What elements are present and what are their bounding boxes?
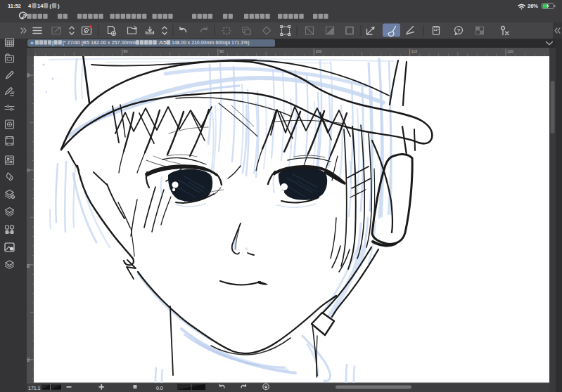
svg-text:110: 110 <box>411 49 417 53</box>
svg-text:11:52: 11:52 <box>8 3 21 9</box>
svg-text:]* 27/40 (B5 182.00 x 257.00mm: ]* 27/40 (B5 182.00 x 257.00mm <box>63 40 136 46</box>
svg-text:148.00 x 210.00mm 600dpi 171.1: 148.00 x 210.00mm 600dpi 171.1%) <box>172 40 250 46</box>
svg-text:?: ? <box>457 27 461 34</box>
svg-text:80: 80 <box>124 49 128 53</box>
svg-text:171.1: 171.1 <box>28 386 41 391</box>
svg-text:100: 100 <box>315 49 321 53</box>
svg-text:90: 90 <box>219 49 224 53</box>
svg-text::A5: :A5 <box>158 40 167 45</box>
svg-text:[: [ <box>52 40 53 46</box>
svg-text:26%: 26% <box>528 3 538 9</box>
svg-text:0.0: 0.0 <box>156 386 163 391</box>
svg-text:14: 14 <box>37 3 44 9</box>
svg-text:120: 120 <box>507 49 513 53</box>
